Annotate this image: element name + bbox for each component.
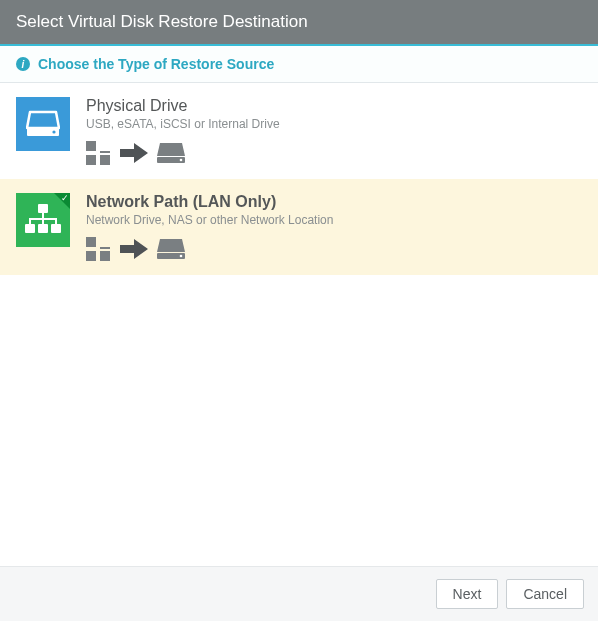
next-button[interactable]: Next [436,579,499,609]
svg-rect-8 [38,204,48,213]
option-body: Physical Drive USB, eSATA, iSCSI or Inte… [86,97,582,165]
dialog-footer: Next Cancel [0,566,598,621]
svg-rect-17 [86,237,96,247]
svg-rect-20 [100,247,110,249]
option-description: USB, eSATA, iSCSI or Internal Drive [86,117,582,131]
flow-diagram [86,237,582,261]
svg-rect-16 [51,224,61,233]
arrow-right-icon [120,239,148,259]
source-stack-icon [86,237,112,261]
destination-drive-icon [156,141,186,165]
arrow-right-icon [120,143,148,163]
source-stack-icon [86,141,112,165]
svg-rect-4 [100,155,110,165]
svg-rect-18 [86,251,96,261]
flow-diagram [86,141,582,165]
selected-check-icon [54,193,70,209]
svg-rect-11 [29,218,31,224]
section-header-text: Choose the Type of Restore Source [38,56,274,72]
svg-rect-5 [100,151,110,153]
svg-rect-12 [55,218,57,224]
restore-source-options: Physical Drive USB, eSATA, iSCSI or Inte… [0,83,598,275]
info-icon: i [16,57,30,71]
option-physical-drive[interactable]: Physical Drive USB, eSATA, iSCSI or Inte… [0,83,598,179]
network-icon [16,193,70,247]
option-body: Network Path (LAN Only) Network Drive, N… [86,193,582,261]
option-title: Physical Drive [86,97,582,115]
option-description: Network Drive, NAS or other Network Loca… [86,213,582,227]
drive-icon [16,97,70,151]
svg-point-1 [52,130,55,133]
option-network-path[interactable]: Network Path (LAN Only) Network Drive, N… [0,179,598,275]
svg-rect-2 [86,141,96,151]
svg-rect-13 [42,218,44,224]
section-header: i Choose the Type of Restore Source [0,44,598,83]
option-title: Network Path (LAN Only) [86,193,582,211]
svg-point-7 [180,159,183,162]
cancel-button[interactable]: Cancel [506,579,584,609]
svg-rect-19 [100,251,110,261]
destination-drive-icon [156,237,186,261]
svg-rect-3 [86,155,96,165]
dialog-title: Select Virtual Disk Restore Destination [16,12,308,31]
dialog-title-bar: Select Virtual Disk Restore Destination [0,0,598,44]
svg-point-22 [180,255,183,258]
svg-rect-15 [38,224,48,233]
svg-rect-14 [25,224,35,233]
